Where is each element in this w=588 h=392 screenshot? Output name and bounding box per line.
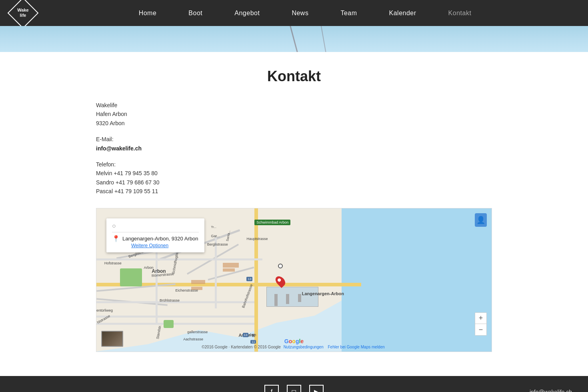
email-value: info@wakelife.ch — [96, 144, 588, 153]
navigation: Wake life Home Boot Angebot News Team Ka… — [0, 0, 588, 26]
label-arbon2: Arbon — [152, 268, 166, 274]
nav-boot[interactable]: Boot — [172, 10, 218, 16]
map-road-v2 — [215, 237, 217, 308]
logo[interactable]: Wake life — [8, 0, 39, 28]
main-content: Kontakt Wakelife Hafen Arbon 9320 Arbon … — [0, 52, 588, 376]
facebook-icon[interactable]: f — [264, 385, 279, 392]
map-park — [120, 268, 142, 286]
email-label: E-Mail: — [96, 135, 588, 144]
map-road-h4 — [96, 316, 254, 318]
map-pegman[interactable]: 👤 — [475, 213, 487, 227]
phone-pascal: Pascal +41 79 109 55 11 — [96, 187, 588, 196]
phone-label: Telefon: — [96, 160, 588, 169]
page-title: Kontakt — [0, 68, 588, 85]
harbor-pier1 — [274, 294, 278, 306]
map-background: Berglistrasse Berglistrasse Hofstrasse S… — [96, 208, 492, 352]
schwimmbad-badge: Schwimmbad Arbon — [254, 220, 290, 225]
map-container[interactable]: Berglistrasse Berglistrasse Hofstrasse S… — [96, 208, 492, 352]
hwy-13: 13 — [246, 277, 252, 281]
map-marker[interactable] — [276, 276, 284, 287]
footer: f ◻ ▶ info@wakelife.ch — [0, 376, 588, 392]
label-langenargen: Langenargen-Arbon — [302, 291, 344, 296]
contact-info: Wakelife Hafen Arbon 9320 Arbon E-Mail: … — [96, 101, 588, 196]
map-park2 — [164, 320, 174, 328]
streetview-image — [102, 332, 122, 346]
nutzungsbedingungen-link[interactable]: Nutzungsbedingungen — [284, 345, 324, 349]
address-line2: Hafen Arbon — [96, 110, 588, 118]
map-zoom-controls: + − — [475, 312, 487, 336]
popup-pin-row: 📍 Langenargen-Arbon, 9320 Arbon Weitere … — [112, 236, 199, 248]
map-road-h5 — [96, 323, 254, 325]
footer-email-container: info@wakelife.ch — [387, 389, 572, 392]
popup-place-name: Langenargen-Arbon, 9320 Arbon — [122, 236, 198, 242]
map-building1 — [223, 263, 239, 268]
map-road-main-v — [254, 208, 258, 352]
nav-kalender[interactable]: Kalender — [373, 10, 432, 16]
nav-news[interactable]: News — [276, 10, 324, 16]
zoom-in-button[interactable]: + — [475, 313, 486, 324]
label-hofstrasse: Hofstrasse — [104, 261, 122, 265]
map-water — [342, 208, 492, 352]
phone-melvin: Melvin +41 79 945 35 80 — [96, 169, 588, 178]
address-line3: 9320 Arbon — [96, 119, 588, 128]
map-popup: ○ 📍 Langenargen-Arbon, 9320 Arbon Weiter… — [106, 218, 204, 252]
label-berglistrasse2: Berglistrasse — [207, 242, 228, 246]
address-line1: Wakelife — [96, 101, 588, 110]
label-aachstrasse: Aachstrasse — [183, 337, 203, 341]
youtube-icon[interactable]: ▶ — [309, 385, 324, 392]
nav-team[interactable]: Team — [324, 10, 373, 16]
google-logo: Google — [202, 338, 386, 344]
map-copyright: ©2016 Google · Kartendaten © 2016 Google… — [202, 345, 386, 349]
instagram-icon[interactable]: ◻ — [287, 385, 301, 392]
footer-icons: f ◻ ▶ — [201, 385, 386, 392]
label-hauptstrasse: Hauptstrasse — [246, 237, 268, 241]
map-building3 — [191, 280, 205, 284]
nav-links: Home Boot Angebot News Team Kalender Kon… — [34, 10, 576, 17]
map-attribution: Google ©2016 Google · Kartendaten © 2016… — [202, 338, 386, 349]
label-gallerstrasse: gallerstrasse — [187, 330, 208, 334]
streetview-thumbnail[interactable] — [101, 331, 123, 347]
nav-home[interactable]: Home — [123, 10, 173, 16]
hwy-13b: 13 — [243, 333, 249, 337]
label-bruhlstrasse: Brühlstrasse — [160, 298, 180, 302]
map-building2 — [223, 268, 235, 272]
pegman-figure: 👤 — [476, 216, 485, 224]
zoom-out-button[interactable]: − — [475, 324, 486, 335]
fehler-link[interactable]: Fehler bei Google Maps melden — [328, 345, 385, 349]
nav-kontakt[interactable]: Kontakt — [432, 10, 488, 16]
phone-sandro: Sandro +41 79 686 67 30 — [96, 178, 588, 187]
logo-text: Wake life — [17, 8, 28, 18]
label-gartstr: Gar... — [211, 234, 220, 238]
harbor-pier3 — [298, 294, 301, 302]
popup-pin-icon: 📍 — [112, 235, 120, 242]
label-tr: Tr... — [211, 225, 216, 229]
map-road-h2 — [96, 258, 262, 260]
nav-angebot[interactable]: Angebot — [218, 10, 276, 16]
marker-circle — [278, 264, 283, 268]
label-entliweg: entürliweg — [96, 308, 113, 312]
hero-banner — [0, 26, 588, 52]
footer-email: info@wakelife.ch — [530, 389, 572, 392]
harbor-pier2 — [286, 294, 289, 304]
popup-search-circle: ○ — [112, 222, 116, 230]
label-eichenstrasse: Eichenstrasse — [176, 288, 198, 292]
popup-weitere-optionen[interactable]: Weitere Optionen — [131, 243, 198, 248]
